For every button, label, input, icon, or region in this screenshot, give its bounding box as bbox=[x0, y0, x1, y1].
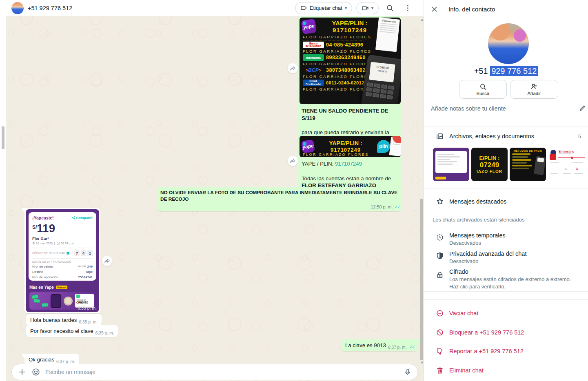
forward-icon bbox=[104, 258, 110, 264]
starred-messages-item[interactable]: Mensajes destacados bbox=[449, 198, 506, 205]
notes-placeholder[interactable]: Añade notas sobre tu cliente bbox=[431, 105, 506, 112]
contact-info-panel: Info. del contacto +51 929 776 512 Busca… bbox=[424, 0, 588, 381]
more-in-yape-label: Más en YapeNuevo bbox=[29, 285, 67, 290]
files-section-label[interactable]: Archivos, enlaces y documentos bbox=[449, 133, 534, 140]
lock-icon bbox=[436, 271, 444, 281]
banner-number: 917107249 bbox=[332, 27, 368, 33]
block-icon[interactable] bbox=[436, 328, 444, 338]
forward-message-button[interactable] bbox=[288, 156, 298, 166]
search-in-chat-button[interactable] bbox=[383, 1, 397, 15]
report-contact-action[interactable]: Reportar a +51 929 776 512 bbox=[449, 348, 524, 354]
yape-receipt-image[interactable]: ¡Yapeaste! Compartir S/119 Flor Gar* 🗓 1… bbox=[26, 209, 99, 312]
attach-plus-icon[interactable] bbox=[18, 368, 27, 377]
forward-message-button[interactable] bbox=[288, 63, 298, 73]
message-incoming[interactable]: Hola buenas tardes6:35 p. m. bbox=[26, 314, 102, 326]
disappearing-messages-item[interactable]: Mensajes temporales bbox=[449, 232, 506, 239]
trash-icon[interactable] bbox=[436, 366, 444, 376]
account-holder: FLOR GARRIAZO FLORES bbox=[303, 153, 369, 157]
message-input[interactable] bbox=[45, 369, 399, 375]
chat-scrollbar-thumb[interactable] bbox=[420, 199, 423, 360]
panel-title: Info. del contacto bbox=[448, 6, 495, 13]
microphone-icon[interactable] bbox=[404, 368, 412, 376]
account-number: 04-085-424896 bbox=[326, 42, 363, 48]
receipt-datetime: 🗓 16 mar. 2026 | 🕓 06:34 p. m. bbox=[32, 242, 93, 245]
receipt-recipient: Flor Gar* bbox=[32, 236, 93, 241]
video-camera-icon bbox=[362, 4, 369, 12]
delete-chat-action[interactable]: Eliminar chat bbox=[449, 367, 484, 374]
edit-notes-button[interactable] bbox=[579, 104, 586, 113]
message-time: 12:50 p. m. bbox=[371, 204, 393, 209]
encryption-item[interactable]: Cifrado bbox=[449, 268, 468, 275]
file-thumbnail-tracking[interactable]: En destino ♨☋ bbox=[548, 148, 586, 181]
chat-header: +51 929 776 512 Etiquetar chat ▾ ▾ ⋮ bbox=[6, 0, 424, 16]
receipt-row: Nro. de celular*** *** 249 bbox=[32, 265, 93, 268]
read-receipt-icon: ✓✓ bbox=[395, 204, 399, 210]
encryption-description: Los mensajes están cifrados de extremo a… bbox=[449, 276, 576, 290]
emoji-icon[interactable] bbox=[31, 368, 40, 377]
transaction-data-label: DATOS DE LA TRANSACCIÓN bbox=[32, 260, 93, 263]
thumbs-down-icon[interactable] bbox=[436, 347, 444, 357]
clear-chat-action[interactable]: Vaciar chat bbox=[449, 310, 478, 317]
yape-logo: yape bbox=[301, 140, 315, 153]
message-composer bbox=[11, 364, 418, 380]
chat-list-strip bbox=[0, 0, 6, 381]
banco-nacion-logo: Bancode la Nación bbox=[303, 42, 324, 48]
close-icon[interactable] bbox=[431, 6, 438, 13]
interbank-logo: interbank bbox=[303, 54, 324, 61]
search-icon bbox=[479, 83, 486, 90]
add-contact-button[interactable]: Añadir bbox=[510, 80, 558, 99]
label-chat-text: Etiquetar chat bbox=[310, 5, 342, 11]
message-outgoing[interactable]: La clave es 90136:37 p. m. ✓✓ bbox=[341, 339, 418, 351]
bbva-logo: BBVAContinental bbox=[303, 80, 324, 86]
message-time: 6:37 p. m. bbox=[56, 359, 75, 364]
pencil-icon bbox=[579, 104, 586, 111]
whatsapp-window: +51 929 776 512 Etiquetar chat ▾ ▾ ⋮ bbox=[0, 0, 588, 381]
chevron-down-icon: ▾ bbox=[371, 6, 373, 10]
search-icon bbox=[386, 4, 394, 12]
message-meta: 12:50 p. m. ✓✓ bbox=[157, 204, 402, 211]
clear-chat-icon[interactable] bbox=[436, 309, 444, 319]
disappearing-messages-status: Desactivados bbox=[449, 239, 576, 247]
scroll-down-arrow[interactable]: ▼ bbox=[420, 361, 424, 365]
block-contact-action[interactable]: Bloquear a +51 929 776 512 bbox=[449, 329, 524, 336]
message-text: Hola buenas tardes bbox=[30, 317, 77, 323]
chat-panel: +51 929 776 512 Etiquetar chat ▾ ▾ ⋮ bbox=[6, 0, 424, 381]
security-code-digits: 741 bbox=[74, 250, 93, 256]
message-text: Por favor necesito el clave bbox=[30, 328, 93, 334]
chat-menu-button[interactable]: ⋮ bbox=[401, 1, 415, 15]
advanced-privacy-item[interactable]: Privacidad avanzada del chat bbox=[449, 250, 526, 257]
star-icon bbox=[436, 197, 444, 207]
shield-icon bbox=[436, 252, 444, 261]
receipt-paper-graphic: Floower sto bbox=[375, 18, 400, 52]
share-button[interactable]: Compartir bbox=[72, 216, 93, 220]
message-incoming-receipt[interactable]: ¡Yapeaste! Compartir S/119 Flor Gar* 🗓 1… bbox=[24, 208, 100, 313]
message-text: La clave es 9013 bbox=[345, 342, 386, 348]
search-contact-button[interactable]: Busca bbox=[459, 80, 507, 99]
message-outgoing-reminder[interactable]: NO OLVIDE ENVIAR LA FOTO DE SU COMPROBAN… bbox=[157, 187, 402, 211]
message-text: NO OLVIDE ENVIAR LA FOTO DE SU COMPROBAN… bbox=[157, 187, 402, 204]
file-thumbnail-payment-methods[interactable]: MÉTODOS DE PAGO bbox=[510, 148, 546, 181]
banner-title: YAPE/PLIN : bbox=[332, 20, 368, 27]
yape-plin-image[interactable]: yape YAPE/PLIN : 917107249 plin FLOR GAR… bbox=[300, 136, 401, 157]
phone-link[interactable]: 917107249 bbox=[335, 161, 362, 167]
file-thumbnail-receipt[interactable] bbox=[433, 148, 469, 181]
payment-accounts-image[interactable]: yape YAPE/PLIN : 917107249 plin FLOR GAR… bbox=[300, 18, 401, 104]
label-chat-button[interactable]: Etiquetar chat ▾ bbox=[295, 2, 352, 14]
contact-photo-large[interactable] bbox=[488, 23, 529, 64]
receipt-title: ¡Yapeaste! bbox=[32, 215, 54, 220]
disappearing-messages-icon bbox=[436, 233, 444, 243]
contact-avatar[interactable] bbox=[11, 2, 24, 14]
forward-message-button[interactable] bbox=[102, 256, 112, 266]
panel-header: Info. del contacto bbox=[424, 0, 588, 18]
security-code-label: CÓDIGO DE SEGURIDADi bbox=[32, 252, 69, 255]
file-thumbnail-yape-plin[interactable]: E/PLIN :07249IAZO FLOR bbox=[471, 148, 508, 181]
files-count[interactable]: 5 bbox=[578, 133, 581, 140]
chat-contact-title[interactable]: +51 929 776 512 bbox=[28, 5, 72, 11]
account-number: 8983363249460 bbox=[326, 55, 366, 60]
scroll-up-arrow[interactable]: ▲ bbox=[420, 18, 424, 22]
receipt-row: Nro. de operación25514741 bbox=[32, 275, 93, 279]
message-incoming[interactable]: Por favor necesito el clave6:35 p. m. bbox=[26, 325, 118, 337]
left-scrollbar-thumb[interactable] bbox=[2, 126, 4, 149]
info-icon: i bbox=[67, 252, 69, 255]
video-call-button[interactable]: ▾ bbox=[356, 2, 379, 14]
